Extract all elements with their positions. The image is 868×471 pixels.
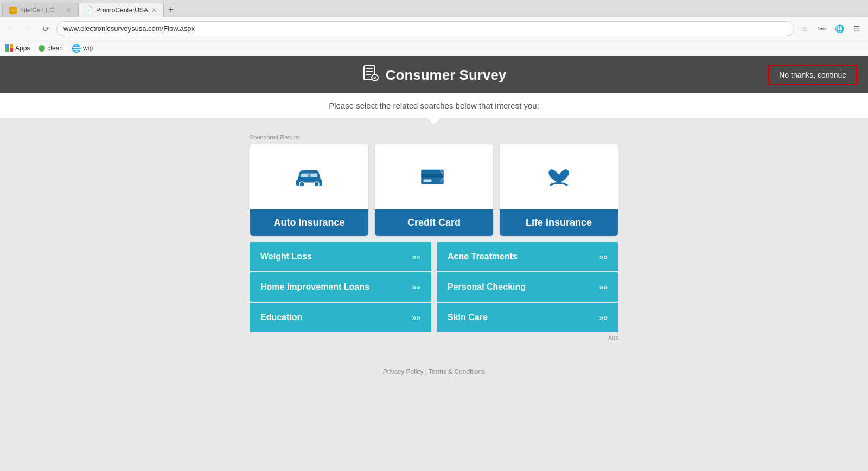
tab-favicon-filcelce: F — [9, 7, 17, 14]
bookmark-apps-label: Apps — [15, 44, 30, 52]
top-cards: Auto Insurance Credit Card — [250, 144, 618, 237]
tab-close-promocenter[interactable]: ✕ — [151, 7, 157, 14]
card-label-auto-insurance: Auto Insurance — [250, 209, 368, 236]
svg-rect-10 — [421, 174, 444, 178]
chevron-personal-checking: »» — [599, 283, 608, 291]
bookmark-apps[interactable]: Apps — [5, 44, 30, 52]
header-title-group: Consumer Survey — [362, 65, 507, 86]
grid-item-skin-care[interactable]: Skin Care »» — [437, 303, 618, 332]
svg-rect-7 — [301, 174, 308, 177]
bookmark-wip[interactable]: 🌐 wip — [72, 44, 93, 53]
survey-area: Sponsored Results Auto Insurance — [239, 118, 629, 352]
tab-bar: F FilelCe LLC ✕ 📄 PromoCenterUSA ✕ + — [0, 0, 868, 17]
grid-label-education: Education — [260, 313, 302, 322]
glasses-icon[interactable]: 👓 — [815, 22, 829, 36]
nav-icons: ☆ 👓 🌐 ☰ — [797, 22, 864, 36]
grid-item-home-improvement[interactable]: Home Improvement Loans »» — [250, 272, 431, 302]
grid-item-personal-checking[interactable]: Personal Checking »» — [437, 272, 618, 302]
new-tab-button[interactable]: + — [164, 3, 178, 17]
card-credit-card[interactable]: Credit Card — [374, 144, 494, 237]
tab-close-filcelce[interactable]: ✕ — [66, 7, 71, 14]
terms-link[interactable]: Terms & Conditions — [429, 368, 485, 375]
card-icon-area-credit — [375, 144, 493, 209]
grid-col-right: Acne Treatments »» Personal Checking »» … — [437, 242, 618, 332]
heart-hands-icon — [542, 161, 575, 193]
card-label-life-insurance: Life Insurance — [500, 209, 618, 236]
sub-header: Please select the related searches below… — [0, 93, 868, 118]
tab-favicon-promocenter: 📄 — [85, 7, 93, 14]
grid-label-skin-care: Skin Care — [448, 313, 488, 322]
header-title-text: Consumer Survey — [386, 67, 507, 84]
refresh-button[interactable]: ⟳ — [39, 22, 53, 36]
address-text: www.electronicsurveysusa.com/Flow.aspx — [63, 24, 195, 33]
privacy-policy-link[interactable]: Privacy Policy — [383, 368, 424, 375]
bookmark-clean[interactable]: clean — [39, 44, 63, 52]
svg-rect-8 — [311, 174, 317, 177]
svg-point-5 — [299, 182, 304, 187]
back-button[interactable]: ← — [4, 22, 18, 36]
forward-button[interactable]: → — [22, 22, 36, 36]
footer: Privacy Policy | Terms & Conditions — [0, 352, 868, 392]
address-bar[interactable]: www.electronicsurveysusa.com/Flow.aspx — [56, 21, 794, 36]
tab-filcelce[interactable]: F FilelCe LLC ✕ — [2, 3, 78, 17]
tab-label-filcelce: FilelCe LLC — [20, 7, 54, 14]
ads-label: Ads — [250, 334, 618, 341]
grid-col-left: Weight Loss »» Home Improvement Loans »»… — [250, 242, 431, 332]
svg-rect-11 — [424, 180, 432, 182]
bottom-grid: Weight Loss »» Home Improvement Loans »»… — [250, 242, 618, 332]
star-icon[interactable]: ☆ — [797, 22, 812, 36]
survey-icon — [362, 65, 379, 86]
site-header: Consumer Survey No thanks, continue — [0, 56, 868, 93]
menu-icon[interactable]: ☰ — [850, 22, 864, 36]
chevron-skin-care: »» — [599, 313, 608, 322]
grid-label-personal-checking: Personal Checking — [448, 282, 526, 292]
grid-item-weight-loss[interactable]: Weight Loss »» — [250, 242, 431, 271]
browser-chrome: F FilelCe LLC ✕ 📄 PromoCenterUSA ✕ + ← →… — [0, 0, 868, 56]
grid-item-education[interactable]: Education »» — [250, 303, 431, 332]
sponsored-label: Sponsored Results — [250, 134, 618, 141]
chevron-home-improvement: »» — [412, 283, 420, 291]
svg-point-6 — [314, 182, 319, 187]
tab-label-promocenter: PromoCenterUSA — [96, 7, 148, 14]
credit-card-icon — [418, 161, 450, 193]
grid-label-home-improvement: Home Improvement Loans — [260, 282, 369, 292]
chevron-acne-treatments: »» — [599, 252, 608, 261]
card-icon-area-life — [500, 144, 618, 209]
globe-icon[interactable]: 🌐 — [832, 22, 846, 36]
chevron-weight-loss: »» — [412, 252, 420, 261]
bookmark-clean-label: clean — [47, 44, 63, 52]
card-auto-insurance[interactable]: Auto Insurance — [250, 144, 369, 237]
chevron-education: »» — [412, 313, 420, 322]
bookmark-wip-label: wip — [83, 44, 93, 52]
card-icon-area-auto — [250, 144, 368, 209]
bookmarks-bar: Apps clean 🌐 wip — [0, 40, 868, 56]
card-label-credit-card: Credit Card — [375, 209, 493, 236]
car-icon — [293, 161, 326, 193]
sub-header-text: Please select the related searches below… — [329, 101, 539, 110]
grid-label-weight-loss: Weight Loss — [260, 252, 312, 262]
tab-promocenter[interactable]: 📄 PromoCenterUSA ✕ — [78, 3, 164, 17]
grid-item-acne-treatments[interactable]: Acne Treatments »» — [437, 242, 618, 271]
nav-bar: ← → ⟳ www.electronicsurveysusa.com/Flow.… — [0, 17, 868, 40]
no-thanks-button[interactable]: No thanks, continue — [768, 65, 857, 85]
grid-label-acne-treatments: Acne Treatments — [448, 252, 518, 262]
card-life-insurance[interactable]: Life Insurance — [499, 144, 618, 237]
page-content: Consumer Survey No thanks, continue Plea… — [0, 56, 868, 392]
footer-separator: | — [424, 368, 429, 375]
